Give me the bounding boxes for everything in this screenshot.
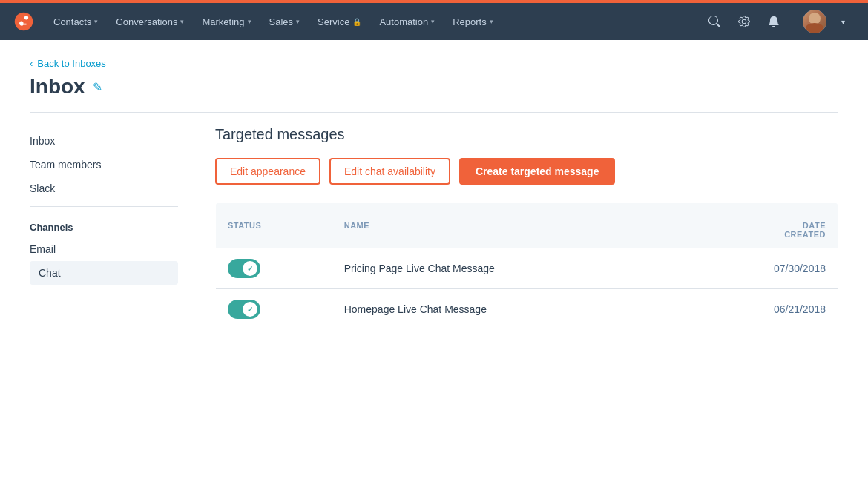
hubspot-logo[interactable] <box>12 10 36 33</box>
chevron-down-icon: ▾ <box>94 18 98 25</box>
main-content: Inbox Team members Slack Channels Email … <box>30 126 838 330</box>
toggle-check-icon-1: ✓ <box>247 265 253 273</box>
table-row: ✓ Pricing Page Live Chat Message 07/30/2… <box>216 248 838 289</box>
nav-automation[interactable]: Automation ▾ <box>370 3 444 40</box>
toggle-thumb-2: ✓ <box>243 302 257 317</box>
top-navigation: Contacts ▾ Conversations ▾ Marketing ▾ S… <box>0 3 868 40</box>
breadcrumb[interactable]: ‹ Back to Inboxes <box>30 58 838 69</box>
targeted-messages-title: Targeted messages <box>215 126 838 143</box>
toggle-switch-1[interactable]: ✓ <box>228 259 260 278</box>
chevron-down-icon: ▾ <box>180 18 184 25</box>
nav-contacts[interactable]: Contacts ▾ <box>45 3 107 40</box>
page-title-row: Inbox ✎ <box>30 75 838 99</box>
table-row: ✓ Homepage Live Chat Message 06/21/2018 <box>216 289 838 330</box>
right-panel: Targeted messages Edit appearance Edit c… <box>193 126 838 330</box>
status-column-header: STATUS <box>216 203 332 248</box>
nav-conversations[interactable]: Conversations ▾ <box>107 3 193 40</box>
chevron-down-icon: ▾ <box>296 18 300 25</box>
nav-right-actions: ▾ <box>701 8 856 35</box>
search-button[interactable] <box>701 8 728 35</box>
name-column-header: NAME <box>332 203 685 248</box>
nav-reports[interactable]: Reports ▾ <box>444 3 502 40</box>
toggle-thumb-1: ✓ <box>243 261 257 276</box>
channels-section-label: Channels <box>30 213 178 237</box>
notifications-button[interactable] <box>760 8 787 35</box>
sidebar-item-inbox[interactable]: Inbox <box>30 129 178 153</box>
name-cell-2: Homepage Live Chat Message <box>332 289 685 330</box>
date-column-header: DATE CREATED <box>684 203 838 248</box>
svg-point-0 <box>15 13 33 31</box>
nav-service[interactable]: Service 🔒 <box>309 3 370 40</box>
messages-table: STATUS NAME DATE CREATED <box>215 202 838 330</box>
sidebar-item-chat[interactable]: Chat <box>30 261 178 285</box>
edit-title-icon[interactable]: ✎ <box>93 80 102 94</box>
sidebar-item-email[interactable]: Email <box>30 237 178 261</box>
date-cell-2: 06/21/2018 <box>684 289 838 330</box>
sidebar-section-divider <box>30 206 178 207</box>
create-targeted-message-button[interactable]: Create targeted message <box>459 158 616 185</box>
name-cell-1: Pricing Page Live Chat Message <box>332 248 685 289</box>
toggle-container-2: ✓ <box>228 300 320 319</box>
back-arrow-icon: ‹ <box>30 58 33 69</box>
svg-point-1 <box>24 16 28 19</box>
page-wrapper: ‹ Back to Inboxes Inbox ✎ Inbox Team mem… <box>0 40 868 330</box>
sidebar: Inbox Team members Slack Channels Email … <box>30 126 193 330</box>
toggle-track-2: ✓ <box>228 300 260 319</box>
page-divider <box>30 112 838 113</box>
toggle-check-icon-2: ✓ <box>247 306 253 314</box>
status-cell-1: ✓ <box>216 248 332 289</box>
page-title: Inbox <box>30 75 85 99</box>
toggle-switch-2[interactable]: ✓ <box>228 300 260 319</box>
edit-appearance-button[interactable]: Edit appearance <box>215 158 320 185</box>
toggle-track-1: ✓ <box>228 259 260 278</box>
chevron-down-icon: ▾ <box>248 18 251 25</box>
user-menu-chevron[interactable]: ▾ <box>829 8 856 35</box>
chevron-down-icon: ▾ <box>431 18 435 25</box>
settings-button[interactable] <box>731 8 757 35</box>
user-avatar[interactable] <box>803 10 826 33</box>
nav-sales[interactable]: Sales ▾ <box>260 3 309 40</box>
chevron-down-icon: ▾ <box>490 18 493 25</box>
nav-divider <box>795 11 795 32</box>
nav-links: Contacts ▾ Conversations ▾ Marketing ▾ S… <box>45 3 701 40</box>
status-cell-2: ✓ <box>216 289 332 330</box>
edit-chat-availability-button[interactable]: Edit chat availability <box>329 158 450 185</box>
table-header-row: STATUS NAME DATE CREATED <box>216 203 838 248</box>
avatar-image <box>803 10 826 33</box>
action-buttons-row: Edit appearance Edit chat availability C… <box>215 158 838 185</box>
lock-icon: 🔒 <box>352 18 361 26</box>
sidebar-item-team-members[interactable]: Team members <box>30 153 178 177</box>
date-cell-1: 07/30/2018 <box>684 248 838 289</box>
toggle-container-1: ✓ <box>228 259 320 278</box>
sidebar-item-slack[interactable]: Slack <box>30 177 178 200</box>
nav-marketing[interactable]: Marketing ▾ <box>193 3 260 40</box>
